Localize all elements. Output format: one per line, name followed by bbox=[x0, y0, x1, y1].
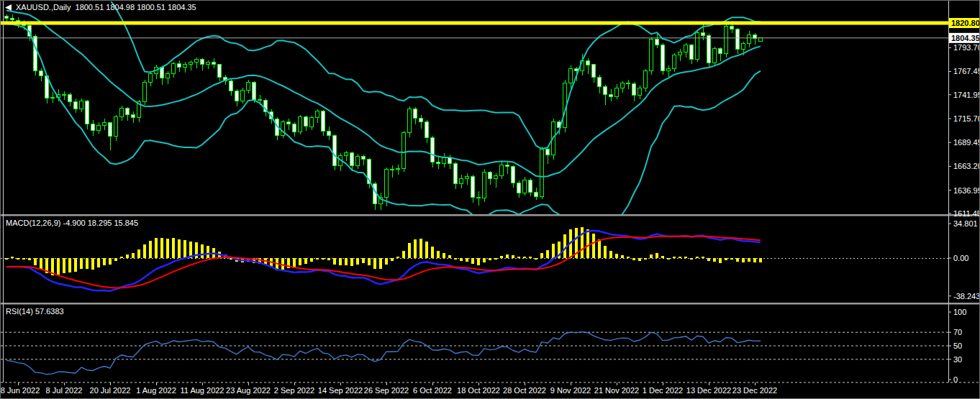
chart-title: XAUUSD.,Daily 1800.51 1804.98 1800.51 18… bbox=[16, 3, 196, 12]
macd-histogram-bar bbox=[471, 258, 474, 264]
bull-candle bbox=[80, 101, 83, 109]
bear-candle bbox=[178, 64, 181, 68]
bull-candle bbox=[713, 48, 717, 63]
macd-histogram-bar bbox=[621, 255, 624, 258]
bull-candle bbox=[63, 95, 66, 96]
macd-histogram-bar bbox=[379, 258, 382, 269]
bear-candle bbox=[719, 48, 722, 54]
bear-candle bbox=[258, 99, 262, 100]
bear-candle bbox=[126, 109, 130, 115]
macd-histogram-bar bbox=[609, 251, 612, 258]
macd-histogram-bar bbox=[512, 255, 514, 258]
bull-candle bbox=[149, 74, 153, 82]
macd-histogram-bar bbox=[506, 254, 509, 259]
bull-candle bbox=[615, 88, 619, 96]
bull-candle bbox=[523, 180, 527, 193]
bull-candle bbox=[316, 111, 319, 118]
macd-histogram-bar bbox=[500, 256, 503, 258]
bear-candle bbox=[431, 137, 435, 162]
bear-candle bbox=[529, 180, 532, 192]
macd-histogram-bar bbox=[160, 238, 163, 258]
macd-histogram-bar bbox=[725, 258, 727, 260]
macd-histogram-bar bbox=[356, 258, 359, 265]
chart-window[interactable]: 1793.701767.451741.951715.701689.451663.… bbox=[0, 0, 980, 399]
bear-candle bbox=[506, 165, 509, 167]
bull-candle bbox=[725, 27, 728, 54]
macd-histogram-bar bbox=[489, 258, 491, 260]
bear-candle bbox=[293, 124, 296, 132]
bull-candle bbox=[500, 165, 504, 175]
bear-candle bbox=[74, 102, 78, 109]
bear-candle bbox=[333, 136, 337, 166]
chart-background bbox=[1, 1, 980, 399]
bull-candle bbox=[97, 126, 101, 130]
macd-histogram-bar bbox=[719, 258, 722, 263]
bear-candle bbox=[454, 164, 458, 184]
macd-histogram-bar bbox=[201, 244, 204, 258]
bull-candle bbox=[195, 59, 199, 62]
bear-candle bbox=[86, 101, 89, 124]
macd-histogram-bar bbox=[702, 257, 704, 258]
bear-candle bbox=[661, 45, 665, 71]
bear-candle bbox=[512, 167, 515, 183]
bull-candle bbox=[673, 55, 676, 68]
macd-histogram-bar bbox=[667, 258, 670, 260]
bull-candle bbox=[189, 62, 193, 65]
macd-histogram-bar bbox=[120, 257, 123, 258]
macd-histogram-bar bbox=[178, 239, 181, 259]
macd-histogram-bar bbox=[443, 253, 445, 258]
bear-candle bbox=[230, 81, 233, 91]
bull-candle bbox=[679, 52, 682, 55]
bear-candle bbox=[218, 65, 222, 78]
time-axis[interactable] bbox=[1, 381, 980, 398]
macd-histogram-bar bbox=[391, 258, 394, 261]
macd-histogram-bar bbox=[494, 258, 497, 260]
bear-candle bbox=[471, 177, 475, 198]
macd-histogram-bar bbox=[40, 258, 42, 269]
macd-histogram-bar bbox=[103, 258, 106, 265]
macd-histogram-bar bbox=[563, 234, 566, 258]
macd-histogram-bar bbox=[679, 257, 681, 258]
bull-candle bbox=[103, 123, 106, 126]
resistance-line[interactable] bbox=[1, 22, 948, 25]
bull-candle bbox=[540, 150, 544, 197]
price-chart-canvas[interactable]: 1793.701767.451741.951715.701689.451663.… bbox=[1, 1, 980, 399]
macd-histogram-bar bbox=[80, 258, 83, 269]
bull-candle bbox=[120, 109, 124, 116]
macd-histogram-bar bbox=[183, 240, 186, 258]
bear-candle bbox=[489, 172, 492, 178]
macd-histogram-bar bbox=[114, 258, 117, 261]
bear-candle bbox=[736, 29, 740, 50]
pane-separator[interactable] bbox=[1, 214, 980, 216]
bull-candle bbox=[494, 175, 498, 178]
price-axis[interactable] bbox=[947, 1, 979, 382]
bear-candle bbox=[350, 153, 354, 166]
macd-histogram-bar bbox=[748, 258, 750, 262]
macd-histogram-bar bbox=[86, 258, 89, 269]
macd-histogram-bar bbox=[535, 258, 537, 260]
macd-histogram-bar bbox=[166, 239, 169, 258]
macd-histogram-bar bbox=[414, 239, 417, 258]
macd-histogram-bar bbox=[517, 257, 520, 258]
bear-candle bbox=[212, 62, 216, 65]
pane-separator[interactable] bbox=[1, 303, 980, 305]
macd-histogram-bar bbox=[402, 251, 405, 258]
bear-candle bbox=[632, 84, 636, 96]
macd-histogram-bar bbox=[22, 258, 25, 260]
bull-candle bbox=[667, 68, 671, 71]
bear-candle bbox=[598, 78, 602, 87]
bull-candle bbox=[345, 153, 348, 156]
macd-histogram-bar bbox=[684, 257, 687, 258]
bear-candle bbox=[730, 27, 734, 29]
bear-candle bbox=[253, 82, 256, 99]
macd-indicator-label: MACD(12,26,9) -4.900 18.295 15.845 bbox=[6, 219, 138, 228]
macd-histogram-bar bbox=[57, 258, 60, 275]
macd-histogram-bar bbox=[425, 242, 428, 258]
macd-histogram-bar bbox=[713, 258, 716, 262]
bull-candle bbox=[207, 62, 210, 65]
bear-candle bbox=[91, 124, 95, 130]
macd-histogram-bar bbox=[207, 246, 209, 258]
bull-candle bbox=[385, 169, 389, 197]
bear-candle bbox=[546, 150, 550, 155]
macd-histogram-bar bbox=[28, 258, 31, 260]
